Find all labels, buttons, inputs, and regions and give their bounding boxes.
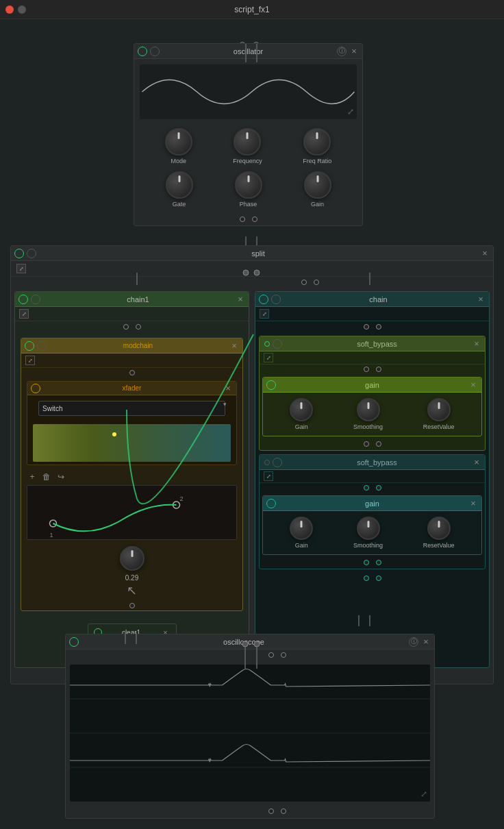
split-content: chain1 × ⤢ modchain — [11, 288, 493, 671]
oscillo-info-icon[interactable]: ⓘ — [409, 637, 418, 647]
chain1-power-btn[interactable] — [18, 295, 28, 304]
xfader-close-btn[interactable]: × — [223, 384, 233, 393]
gain2-gain-knob-container: Gain — [290, 517, 313, 549]
chain-port-out1 — [364, 576, 369, 581]
minimize-button[interactable] — [18, 5, 26, 14]
osc-close-btn[interactable]: × — [349, 47, 359, 56]
chain1-close-btn[interactable]: × — [236, 295, 245, 304]
modchain-bypass-icon[interactable] — [37, 341, 47, 351]
gain1-resetvalue-knob[interactable] — [427, 398, 451, 421]
split-power-btn[interactable] — [14, 249, 24, 258]
chain1-expand-btn[interactable]: ⤢ — [19, 309, 29, 319]
oscillo-power-btn[interactable] — [69, 637, 79, 647]
osc-knobs-row1: Mode Frequency Freq Ratio — [134, 125, 362, 168]
chain1-title: chain1 — [43, 295, 233, 304]
chain-bypass-icon[interactable] — [271, 295, 281, 304]
add-tool-btn[interactable]: + — [27, 471, 38, 482]
modchain-value-area: 0.29 ↖ — [21, 543, 242, 601]
freq-ratio-knob[interactable] — [303, 128, 331, 156]
sb1-close-btn[interactable]: × — [472, 339, 481, 349]
xfader-header: xfader × — [27, 382, 236, 395]
gain2-power-btn[interactable] — [266, 499, 276, 508]
osc-info-icon[interactable]: ⓘ — [337, 47, 346, 56]
chain1-section: chain1 × ⤢ modchain — [14, 291, 249, 668]
frequency-knob[interactable] — [234, 128, 261, 156]
sb2-close-btn[interactable]: × — [472, 458, 481, 467]
gain1-gain-label: Gain — [295, 423, 308, 430]
osc-bypass-icon[interactable] — [150, 47, 160, 56]
svg-text:2: 2 — [180, 495, 184, 502]
gain1-power-btn[interactable] — [266, 380, 276, 390]
sb1-top-ports — [260, 364, 485, 374]
waveform-expand-icon[interactable]: ⤢ — [347, 107, 354, 116]
gain1-close-btn[interactable]: × — [468, 380, 478, 390]
sb2-port-in1 — [364, 485, 369, 491]
gate-knob[interactable] — [166, 171, 193, 199]
gain1-resetvalue-label: ResetValue — [423, 423, 455, 430]
remove-tool-btn[interactable]: 🗑 — [41, 471, 52, 482]
oscillo-close-btn[interactable]: × — [421, 637, 431, 647]
gain2-close-btn[interactable]: × — [468, 499, 478, 508]
sb2-top-ports — [260, 483, 485, 493]
split-expand-icon[interactable]: ⤢ — [16, 264, 26, 273]
xfader-title: xfader — [43, 384, 220, 392]
mode-knob[interactable] — [165, 128, 192, 156]
gain-knob-osc[interactable] — [304, 171, 331, 199]
xfader-gradient-area[interactable] — [33, 424, 231, 462]
oscillo-port-in1 — [268, 652, 274, 658]
split-top-ports — [11, 277, 493, 288]
gain1-gain-knob[interactable] — [290, 398, 313, 421]
sb1-bypass-icon[interactable] — [273, 339, 282, 349]
osc-port-out2 — [252, 216, 257, 222]
modchain-curve-area[interactable]: 1 2 — [27, 485, 237, 540]
split-title: split — [39, 249, 477, 258]
gate-label: Gate — [173, 201, 186, 208]
chain-power-btn[interactable] — [259, 295, 268, 304]
sb1-port-out2 — [376, 441, 381, 447]
modchain-bot-port — [21, 601, 242, 610]
phase-knob[interactable] — [235, 171, 262, 199]
modchain-power-btn[interactable] — [25, 341, 34, 351]
sb1-port-out1 — [364, 441, 369, 447]
osc-power-btn[interactable] — [138, 47, 147, 56]
gain2-resetvalue-knob[interactable] — [427, 517, 451, 540]
sb1-power-indicator — [264, 341, 270, 347]
split-bypass-icon[interactable] — [27, 249, 36, 258]
modchain-value-text: 0.29 — [125, 574, 138, 582]
sb2-bypass-icon[interactable] — [273, 458, 282, 467]
mode-knob-container: Mode — [165, 128, 192, 164]
osc-port-out1 — [240, 216, 245, 222]
modchain-container: modchain × ⤢ xfader — [21, 338, 243, 611]
split-toolbar: ⤢ — [11, 261, 493, 277]
chain-close-btn[interactable]: × — [476, 295, 486, 304]
curve-tool-btn[interactable]: ↪ — [55, 471, 66, 482]
modchain-close-btn[interactable]: × — [229, 341, 239, 351]
oscillo-expand-icon[interactable]: ⤢ — [420, 789, 427, 799]
modchain-title: modchain — [49, 342, 227, 349]
gain2-smoothing-knob[interactable] — [357, 517, 380, 540]
phase-knob-container: Phase — [235, 171, 262, 208]
sb2-port-out1 — [364, 560, 369, 565]
chain1-port-in2 — [136, 324, 141, 330]
split-close-btn[interactable]: × — [480, 249, 490, 258]
split-header: split × — [11, 246, 493, 261]
gain1-smoothing-knob[interactable] — [357, 398, 380, 421]
gain2-smoothing-knob-container: Smoothing — [353, 517, 383, 549]
modchain-expand-btn[interactable]: ⤢ — [25, 356, 35, 365]
chain-expand-btn[interactable]: ⤢ — [260, 309, 269, 319]
modchain-value-knob[interactable] — [120, 546, 144, 571]
sb2-expand-btn[interactable]: ⤢ — [264, 471, 273, 481]
switch-dropdown[interactable]: Switch — [38, 401, 225, 416]
xfader-power-btn[interactable] — [31, 384, 40, 393]
split-port-in2 — [314, 280, 319, 285]
oscilloscope-header: oscilloscope ⓘ × — [66, 634, 434, 649]
chain1-bypass-icon[interactable] — [31, 295, 40, 304]
oscillo-port-out2 — [281, 808, 286, 814]
close-button[interactable] — [5, 5, 14, 14]
sb1-expand-btn[interactable]: ⤢ — [264, 353, 273, 362]
gain2-gain-knob[interactable] — [290, 517, 313, 540]
xfader-container: xfader × Switch ▾ — [27, 381, 237, 465]
xfader-cursor-dot — [112, 432, 116, 436]
gain1-resetvalue-knob-container: ResetValue — [423, 398, 455, 430]
sb2-bot-ports — [260, 558, 485, 569]
